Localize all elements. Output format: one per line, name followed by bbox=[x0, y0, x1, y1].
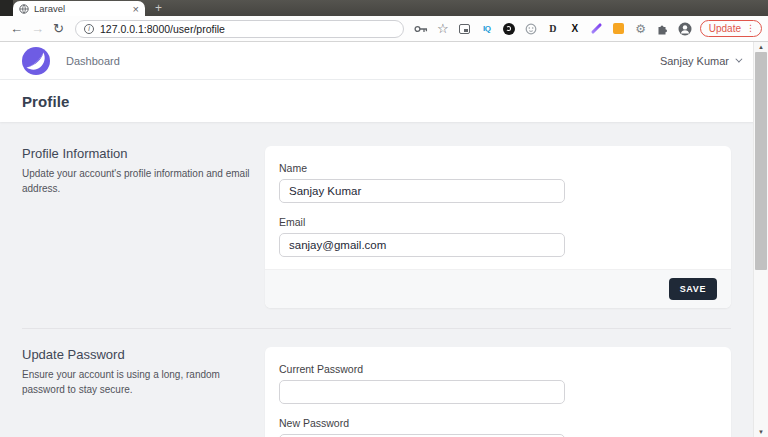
browser-tab-laravel[interactable]: Laravel × bbox=[13, 1, 145, 16]
app-nav-bar: Dashboard Sanjay Kumar bbox=[0, 42, 768, 80]
pip-extension-icon[interactable] bbox=[456, 20, 474, 38]
section-description: Ensure your account is using a long, ran… bbox=[22, 367, 251, 397]
tab-strip: Laravel × + bbox=[0, 0, 768, 16]
window-edge bbox=[0, 0, 13, 16]
jetstream-logo-icon[interactable] bbox=[22, 47, 50, 75]
current-password-input[interactable] bbox=[279, 380, 565, 404]
profile-avatar-icon[interactable] bbox=[676, 20, 694, 38]
scroll-down-icon[interactable]: ▼ bbox=[754, 429, 768, 435]
iq-extension-icon[interactable]: IQ bbox=[478, 20, 496, 38]
back-button[interactable]: ← bbox=[8, 21, 25, 37]
new-tab-button[interactable]: + bbox=[145, 2, 162, 16]
scrollbar[interactable]: ▲ ▼ bbox=[753, 42, 768, 437]
url-text: 127.0.0.1:8000/user/profile bbox=[100, 23, 225, 35]
d-extension-icon[interactable]: D bbox=[544, 20, 562, 38]
password-form-card: Current Password New Password bbox=[265, 347, 731, 437]
menu-dots-icon[interactable]: ⋮ bbox=[746, 24, 755, 33]
gear-extension-icon[interactable]: ⚙ bbox=[632, 20, 650, 38]
globe-favicon-icon bbox=[19, 4, 29, 14]
email-label: Email bbox=[279, 216, 717, 228]
scroll-up-icon[interactable]: ▲ bbox=[754, 44, 768, 50]
update-label: Update bbox=[709, 23, 741, 34]
forward-button[interactable]: → bbox=[29, 21, 46, 37]
address-bar[interactable]: i 127.0.0.1:8000/user/profile bbox=[75, 20, 404, 38]
site-info-icon[interactable]: i bbox=[84, 24, 94, 34]
profile-form-footer: SAVE bbox=[265, 269, 731, 308]
x-extension-icon[interactable]: X bbox=[566, 20, 584, 38]
section-intro: Profile Information Update your account'… bbox=[22, 146, 265, 196]
face-extension-icon[interactable] bbox=[522, 20, 540, 38]
chevron-down-icon bbox=[735, 56, 742, 63]
note-extension-icon[interactable] bbox=[610, 20, 628, 38]
section-intro: Update Password Ensure your account is u… bbox=[22, 347, 265, 397]
bookmark-star-icon[interactable]: ☆ bbox=[434, 20, 452, 38]
tab-close-icon[interactable]: × bbox=[133, 4, 139, 14]
page-content: Profile Information Update your account'… bbox=[0, 122, 753, 437]
section-title: Update Password bbox=[22, 347, 251, 362]
user-name: Sanjay Kumar bbox=[660, 55, 729, 67]
current-password-label: Current Password bbox=[279, 363, 717, 375]
email-input[interactable] bbox=[279, 233, 565, 257]
update-password-section: Update Password Ensure your account is u… bbox=[22, 347, 731, 437]
password-key-icon[interactable] bbox=[412, 20, 430, 38]
pen-extension-icon[interactable] bbox=[588, 20, 606, 38]
tab-title: Laravel bbox=[34, 3, 128, 14]
browser-toolbar: ← → ↻ i 127.0.0.1:8000/user/profile ☆ IQ… bbox=[0, 16, 768, 42]
section-description: Update your account's profile informatio… bbox=[22, 166, 251, 196]
save-button[interactable]: SAVE bbox=[669, 278, 717, 300]
reload-button[interactable]: ↻ bbox=[50, 21, 67, 37]
password-form-body: Current Password New Password bbox=[265, 347, 731, 437]
browser-window: Laravel × + ← → ↻ i 127.0.0.1:8000/user/… bbox=[0, 0, 768, 437]
scrollbar-thumb[interactable] bbox=[755, 52, 767, 270]
profile-form-body: Name Email bbox=[265, 146, 731, 269]
new-password-label: New Password bbox=[279, 417, 717, 429]
profile-information-section: Profile Information Update your account'… bbox=[22, 146, 731, 308]
user-menu-button[interactable]: Sanjay Kumar bbox=[660, 55, 740, 67]
page-title: Profile bbox=[22, 93, 69, 110]
puzzle-extensions-icon[interactable] bbox=[654, 20, 672, 38]
section-title: Profile Information bbox=[22, 146, 251, 161]
name-input[interactable] bbox=[279, 179, 565, 203]
section-divider bbox=[22, 328, 731, 329]
dark-circle-extension-icon[interactable] bbox=[500, 20, 518, 38]
nav-dashboard-link[interactable]: Dashboard bbox=[66, 55, 120, 67]
chrome-update-button[interactable]: Update ⋮ bbox=[700, 20, 762, 37]
name-label: Name bbox=[279, 162, 717, 174]
page-viewport: Dashboard Sanjay Kumar Profile Profile I… bbox=[0, 42, 768, 437]
profile-form-card: Name Email SAVE bbox=[265, 146, 731, 308]
page-header: Profile bbox=[0, 80, 768, 122]
